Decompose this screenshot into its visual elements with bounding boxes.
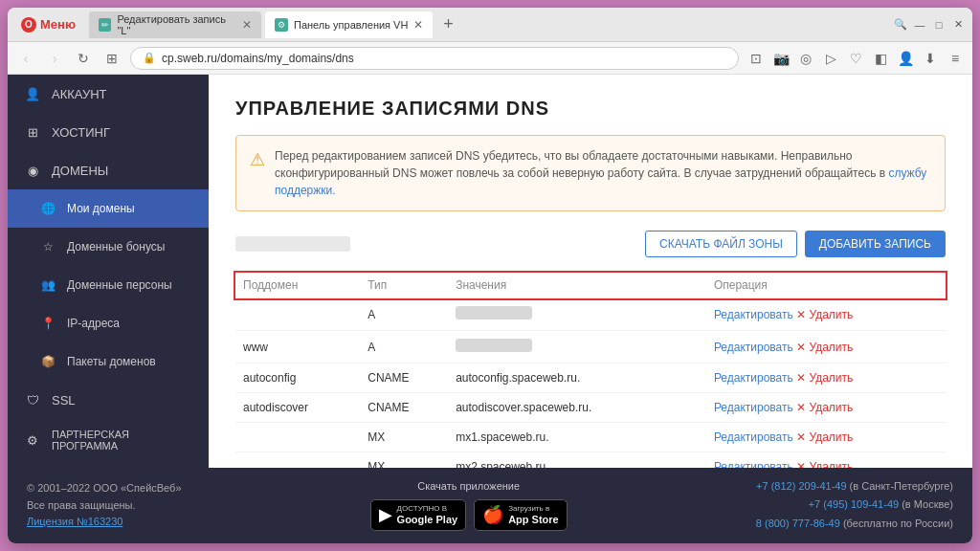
delete-link[interactable]: ✕ Удалить bbox=[796, 430, 853, 444]
cell-empty bbox=[682, 331, 706, 364]
menu-label: Меню bbox=[40, 17, 76, 32]
cell-type: MX bbox=[360, 423, 448, 452]
hosting-icon: ⊞ bbox=[23, 122, 42, 142]
tab-2-close[interactable]: ✕ bbox=[413, 18, 423, 32]
instagram-icon[interactable]: ◎ bbox=[796, 49, 815, 68]
edit-link[interactable]: Редактировать bbox=[714, 401, 793, 414]
ssl-icon: 🛡 bbox=[23, 390, 42, 409]
sidebar-label-domain-bonus: Доменные бонусы bbox=[67, 240, 165, 253]
license-link[interactable]: Лицензия №163230 bbox=[27, 516, 122, 527]
add-record-button[interactable]: ДОБАВИТЬ ЗАПИСЬ bbox=[805, 231, 946, 257]
domain-bonus-icon: ☆ bbox=[38, 237, 57, 256]
profile-icon[interactable]: 👤 bbox=[896, 49, 915, 68]
cell-value: autoconfig.spaceweb.ru. bbox=[448, 364, 682, 393]
app-store-text: Загрузить в App Store bbox=[508, 504, 559, 526]
main-layout: 👤 АККАУНТ ⊞ ХОСТИНГ ◉ ДОМЕНЫ 🌐 Мои домен… bbox=[8, 75, 972, 468]
table-row: wwwAРедактировать ✕ Удалить bbox=[235, 331, 946, 364]
sidebar-item-ssl[interactable]: 🛡 SSL bbox=[8, 381, 209, 419]
tab-1-close[interactable]: ✕ bbox=[242, 18, 252, 32]
sidebar-label-ssl: SSL bbox=[52, 393, 76, 408]
col-value: Значения bbox=[448, 273, 682, 298]
sidebar-item-account[interactable]: 👤 АККАУНТ bbox=[8, 75, 209, 113]
edit-link[interactable]: Редактировать bbox=[714, 341, 793, 354]
close-button[interactable]: ✕ bbox=[951, 18, 965, 32]
tab-1-label: Редактировать запись "L" bbox=[117, 13, 236, 36]
copyright: © 2001–2022 ООО «СпейсВеб» bbox=[27, 480, 182, 497]
phone-msk-city: (в Москве) bbox=[902, 498, 953, 510]
menu-dots-icon[interactable]: ≡ bbox=[946, 49, 965, 68]
delete-link[interactable]: ✕ Удалить bbox=[796, 460, 853, 468]
cell-type: A bbox=[360, 331, 448, 364]
phone-free[interactable]: 8 (800) 777-86-49 bbox=[756, 518, 840, 529]
cell-value bbox=[448, 331, 682, 364]
cell-empty bbox=[682, 393, 706, 423]
delete-link[interactable]: ✕ Удалить bbox=[796, 341, 853, 354]
tab-2[interactable]: ⚙ Панель управления VH ✕ bbox=[265, 11, 433, 38]
sidebar-item-domains[interactable]: ◉ ДОМЕНЫ bbox=[8, 151, 209, 189]
table-row: MXmx1.spaceweb.ru.Редактировать ✕ Удалит… bbox=[235, 423, 946, 452]
download-icon[interactable]: ⬇ bbox=[921, 49, 940, 68]
edit-link[interactable]: Редактировать bbox=[714, 308, 793, 321]
app-store-badge[interactable]: 🍎 Загрузить в App Store bbox=[474, 499, 568, 531]
table-row: MXmx2.spaceweb.ru.Редактировать ✕ Удалит… bbox=[235, 452, 946, 468]
tab-1[interactable]: ✏ Редактировать запись "L" ✕ bbox=[89, 11, 261, 38]
edit-link[interactable]: Редактировать bbox=[714, 460, 793, 468]
support-link[interactable]: службу поддержки. bbox=[275, 166, 926, 197]
domains-icon: ◉ bbox=[23, 161, 42, 180]
download-zone-button[interactable]: СКАЧАТЬ ФАЙЛ ЗОНЫ bbox=[645, 231, 797, 257]
table-row: AРедактировать ✕ Удалить bbox=[235, 298, 946, 331]
title-bar: O Меню ✏ Редактировать запись "L" ✕ ⚙ Па… bbox=[8, 8, 972, 42]
bookmark-icon[interactable]: ⊡ bbox=[746, 49, 766, 68]
phone-spb[interactable]: +7 (812) 209-41-49 bbox=[756, 480, 846, 492]
url-text: cp.sweb.ru/domains/my_domains/dns bbox=[162, 52, 354, 65]
sidebar-item-partner[interactable]: ⚙ ПАРТНЕРСКАЯ ПРОГРАММА bbox=[8, 419, 209, 461]
toolbar-icons: ⊡ 📷 ◎ ▷ ♡ ◧ 👤 ⬇ ≡ bbox=[746, 49, 965, 68]
refresh-button[interactable]: ↻ bbox=[73, 48, 94, 69]
forward-button[interactable]: › bbox=[44, 48, 65, 69]
delete-link[interactable]: ✕ Удалить bbox=[796, 401, 853, 414]
cell-value bbox=[448, 298, 682, 331]
sidebar-item-my-domains[interactable]: 🌐 Мои домены bbox=[8, 189, 209, 228]
sidebar: 👤 АККАУНТ ⊞ ХОСТИНГ ◉ ДОМЕНЫ 🌐 Мои домен… bbox=[8, 75, 209, 468]
google-play-main: Google Play bbox=[397, 514, 458, 526]
heart-icon[interactable]: ♡ bbox=[846, 49, 865, 68]
search-icon[interactable]: 🔍 bbox=[894, 18, 907, 32]
camera-icon[interactable]: 📷 bbox=[771, 49, 791, 68]
maximize-button[interactable]: □ bbox=[932, 18, 946, 32]
sidebar-item-ip-addresses[interactable]: 📍 IP-адреса bbox=[8, 304, 209, 342]
delete-link[interactable]: ✕ Удалить bbox=[796, 308, 853, 321]
cell-subdomain bbox=[235, 452, 360, 468]
sidebar-item-hosting[interactable]: ⊞ ХОСТИНГ bbox=[8, 113, 209, 151]
footer-right: +7 (812) 209-41-49 (в Санкт-Петербурге) … bbox=[756, 477, 953, 534]
edit-link[interactable]: Редактировать bbox=[714, 430, 793, 444]
window-controls: 🔍 — □ ✕ bbox=[894, 18, 965, 32]
footer-center: Скачать приложение ▶ ДОСТУПНО В Google P… bbox=[370, 480, 568, 531]
opera-menu[interactable]: O Меню bbox=[15, 15, 81, 34]
edit-link[interactable]: Редактировать bbox=[714, 371, 793, 385]
back-button[interactable]: ‹ bbox=[15, 48, 36, 69]
sidebar-item-shop[interactable]: 🛒 МАГАЗИН bbox=[8, 461, 209, 468]
table-row: autoconfigCNAMEautoconfig.spaceweb.ru.Ре… bbox=[235, 364, 946, 393]
play-icon[interactable]: ▷ bbox=[821, 49, 840, 68]
minimize-button[interactable]: — bbox=[913, 18, 926, 32]
google-play-sub: ДОСТУПНО В bbox=[397, 504, 458, 514]
new-tab-button[interactable]: + bbox=[436, 13, 459, 36]
google-play-badge[interactable]: ▶ ДОСТУПНО В Google Play bbox=[370, 499, 467, 531]
warning-text: Перед редактированием записей DNS убедит… bbox=[275, 147, 931, 199]
sidebar-item-domain-packs[interactable]: 📦 Пакеты доменов bbox=[8, 342, 209, 381]
delete-link[interactable]: ✕ Удалить bbox=[796, 371, 853, 385]
domain-bar: СКАЧАТЬ ФАЙЛ ЗОНЫ ДОБАВИТЬ ЗАПИСЬ bbox=[235, 231, 946, 257]
my-domains-icon: 🌐 bbox=[38, 199, 57, 218]
domain-persons-icon: 👥 bbox=[38, 276, 57, 295]
sidebar-item-domain-bonus[interactable]: ☆ Доменные бонусы bbox=[8, 228, 209, 266]
sidebar-item-domain-persons[interactable]: 👥 Доменные персоны bbox=[8, 266, 209, 304]
cell-value: mx2.spaceweb.ru. bbox=[448, 452, 682, 468]
footer-left: © 2001–2022 ООО «СпейсВеб» Все права защ… bbox=[27, 480, 182, 531]
wallet-icon[interactable]: ◧ bbox=[871, 49, 890, 68]
sidebar-label-domain-packs: Пакеты доменов bbox=[67, 355, 156, 368]
grid-view-button[interactable]: ⊞ bbox=[101, 48, 122, 69]
tabs-bar: ✏ Редактировать запись "L" ✕ ⚙ Панель уп… bbox=[89, 11, 886, 38]
phone-msk[interactable]: +7 (495) 109-41-49 bbox=[809, 498, 899, 510]
browser-window: O Меню ✏ Редактировать запись "L" ✕ ⚙ Па… bbox=[8, 8, 972, 543]
url-bar[interactable]: 🔒 cp.sweb.ru/domains/my_domains/dns bbox=[130, 47, 739, 70]
